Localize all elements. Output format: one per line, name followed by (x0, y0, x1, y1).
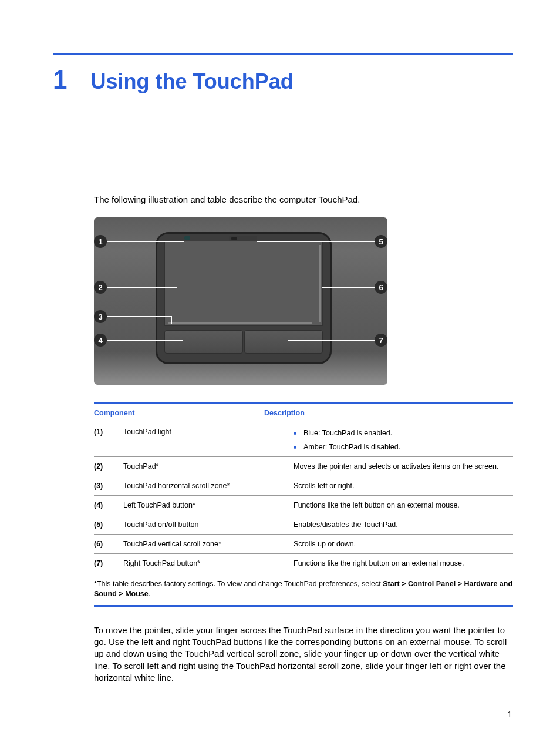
list-item: Amber: TouchPad is disabled. (294, 442, 513, 451)
row-component: TouchPad on/off button (123, 520, 294, 529)
document-page: 1 Using the TouchPad The following illus… (0, 0, 560, 707)
table-row: (5)TouchPad on/off buttonEnables/disable… (94, 515, 513, 534)
touchpad-onoff-button (229, 236, 257, 241)
row-description: Moves the pointer and selects or activat… (294, 462, 513, 471)
table-header-row: Component Description (94, 404, 513, 422)
table-row: (3)TouchPad horizontal scroll zone*Scrol… (94, 476, 513, 495)
illustration-background (94, 217, 387, 385)
table-row: (2)TouchPad*Moves the pointer and select… (94, 456, 513, 476)
callout-lead-2 (107, 287, 177, 288)
row-description: Blue: TouchPad is enabled.Amber: TouchPa… (294, 428, 513, 451)
touchpad-buttons-row (164, 330, 323, 354)
callout-marker-7: 7 (375, 334, 387, 347)
row-description: Scrolls left or right. (294, 482, 513, 490)
row-component: Right TouchPad button* (123, 559, 294, 567)
callout-lead-3 (107, 316, 171, 317)
callout-marker-6: 6 (375, 281, 387, 294)
chapter-title: Using the TouchPad (90, 69, 293, 94)
row-number: (4) (94, 501, 123, 509)
callout-lead-6 (322, 287, 375, 288)
row-component: TouchPad vertical scroll zone* (123, 540, 294, 548)
table-row: (4)Left TouchPad button*Functions like t… (94, 495, 513, 515)
callout-lead-4 (107, 340, 183, 341)
callout-marker-3: 3 (94, 310, 107, 323)
row-number: (3) (94, 482, 123, 490)
table-row: (1)TouchPad lightBlue: TouchPad is enabl… (94, 422, 513, 456)
footnote-text-post: . (149, 590, 150, 598)
intro-text: The following illustration and table des… (94, 194, 513, 204)
bullet-text: Blue: TouchPad is enabled. (303, 429, 392, 437)
row-description: Enables/disables the TouchPad. (294, 520, 513, 529)
table-row: (6)TouchPad vertical scroll zone*Scrolls… (94, 534, 513, 553)
callout-lead-7 (288, 340, 375, 341)
row-number: (1) (94, 428, 123, 436)
touchpad-illustration: 1 2 3 4 5 6 7 (94, 217, 387, 385)
left-touchpad-button (164, 330, 243, 354)
row-component: Left TouchPad button* (123, 501, 294, 509)
chapter-header: 1 Using the TouchPad (53, 65, 513, 95)
divider-top (53, 53, 513, 55)
table-header-component: Component (94, 409, 264, 417)
callout-lead-5 (257, 241, 375, 242)
description-bullet-list: Blue: TouchPad is enabled.Amber: TouchPa… (294, 428, 513, 451)
table-header-description: Description (264, 409, 513, 417)
row-description: Functions like the right button on an ex… (294, 559, 513, 567)
body-paragraph: To move the pointer, slide your finger a… (94, 624, 513, 684)
footnote-text-pre: *This table describes factory settings. … (94, 580, 383, 588)
callout-lead-1 (107, 241, 184, 242)
callout-marker-5: 5 (375, 235, 387, 248)
row-number: (7) (94, 559, 123, 567)
row-component: TouchPad light (123, 428, 294, 436)
row-component: TouchPad* (123, 462, 294, 471)
bullet-icon (294, 432, 296, 435)
page-number: 1 (507, 710, 512, 719)
table-footnote: *This table describes factory settings. … (94, 573, 513, 605)
row-description: Functions like the left button on an ext… (294, 501, 513, 509)
table-bottom-rule (94, 605, 513, 607)
bullet-icon (294, 446, 296, 449)
row-number: (6) (94, 540, 123, 548)
row-component: TouchPad horizontal scroll zone* (123, 482, 294, 490)
callout-marker-2: 2 (94, 281, 107, 294)
chapter-number: 1 (53, 65, 67, 95)
list-item: Blue: TouchPad is enabled. (294, 428, 513, 442)
callout-lead-3v (171, 316, 172, 324)
component-table: Component Description (1)TouchPad lightB… (94, 402, 513, 607)
content-area: The following illustration and table des… (94, 194, 513, 684)
vertical-scroll-line (319, 245, 321, 322)
row-number: (2) (94, 462, 123, 471)
touchpad-light (184, 236, 190, 240)
table-row: (7)Right TouchPad button*Functions like … (94, 553, 513, 573)
horizontal-scroll-line (168, 322, 312, 324)
bullet-text: Amber: TouchPad is disabled. (303, 443, 400, 451)
row-description: Scrolls up or down. (294, 540, 513, 548)
right-touchpad-button (244, 330, 323, 354)
callout-marker-4: 4 (94, 334, 107, 347)
callout-marker-1: 1 (94, 235, 107, 248)
touchpad-surface (164, 241, 323, 326)
row-number: (5) (94, 520, 123, 529)
